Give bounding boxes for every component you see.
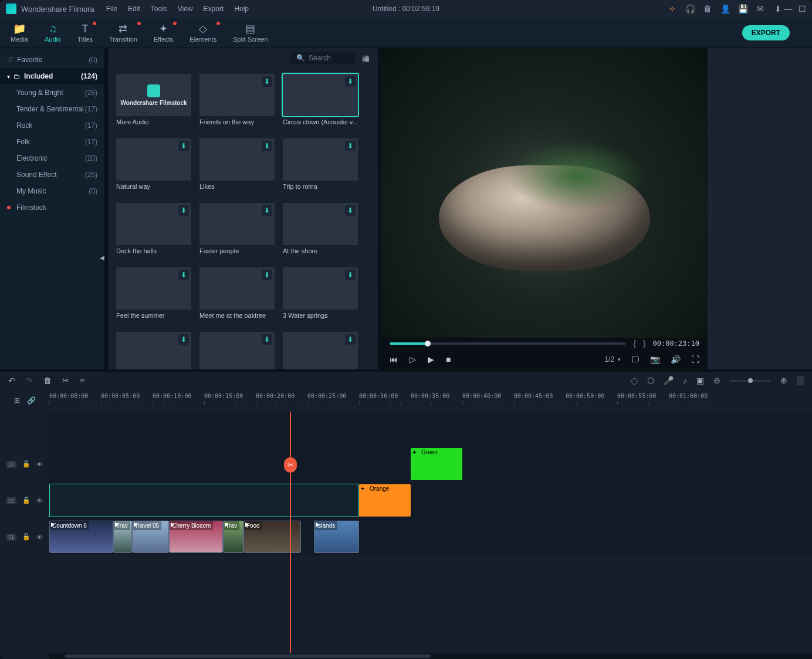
timeline-track-2[interactable]: ▯2 🔓 👁 ✦Orange bbox=[0, 482, 812, 518]
asset-item[interactable]: ⬇Feel the summer bbox=[116, 267, 191, 319]
menu-file[interactable]: File bbox=[106, 5, 117, 13]
asset-item[interactable]: ⬇Friends on the way bbox=[199, 74, 275, 125]
play-button[interactable]: ▷ bbox=[410, 355, 416, 364]
idea-icon[interactable]: ✧ bbox=[668, 4, 677, 13]
asset-item[interactable]: ⬇Trip to roma bbox=[283, 138, 358, 190]
adjust-button[interactable]: ≡ bbox=[80, 376, 84, 385]
voiceover-icon[interactable]: 🎤 bbox=[664, 376, 674, 385]
sidebar-item[interactable]: Rock(17) bbox=[0, 117, 104, 134]
user-icon[interactable]: 👤 bbox=[720, 4, 730, 13]
download-icon[interactable]: ⬇ bbox=[262, 270, 272, 280]
mixer-icon[interactable]: ♪ bbox=[683, 376, 687, 385]
zoom-in-icon[interactable]: ⊕ bbox=[780, 376, 787, 385]
export-button[interactable]: EXPORT bbox=[742, 25, 790, 40]
delete-button[interactable]: 🗑 bbox=[43, 376, 52, 385]
menu-edit[interactable]: Edit bbox=[128, 5, 140, 13]
tab-effects[interactable]: ✦Effects bbox=[154, 23, 173, 43]
grid-view-icon[interactable]: ▦ bbox=[362, 53, 370, 63]
link-icon[interactable]: 🔗 bbox=[27, 396, 36, 405]
clip[interactable]: Trav bbox=[113, 521, 132, 553]
timeline-track-3[interactable]: ▯3 🔓 👁 ✦Green bbox=[0, 446, 812, 482]
tab-elements[interactable]: ◇Elements bbox=[190, 23, 216, 43]
clip[interactable]: Islands bbox=[314, 521, 359, 553]
next-frame-button[interactable]: ▶ bbox=[428, 355, 434, 364]
menu-export[interactable]: Export bbox=[204, 5, 224, 13]
download-icon[interactable]: ⬇ bbox=[345, 205, 356, 216]
trash-icon[interactable]: 🗑 bbox=[703, 4, 712, 13]
download-icon[interactable]: ⬇ bbox=[262, 334, 272, 345]
download-icon[interactable]: ⬇ bbox=[178, 334, 189, 345]
lock-icon[interactable]: 🔓 bbox=[22, 497, 31, 504]
lock-icon[interactable]: 🔓 bbox=[22, 533, 31, 541]
asset-item[interactable]: Wondershare FilmstockMore Audio bbox=[116, 74, 191, 125]
download-icon[interactable]: ⬇ bbox=[262, 76, 272, 87]
collapse-sidebar-icon[interactable]: ◀ bbox=[100, 254, 104, 261]
menu-tools[interactable]: Tools bbox=[151, 5, 167, 13]
fullscreen-icon[interactable]: ⛶ bbox=[691, 355, 699, 364]
download-icon[interactable]: ⬇ bbox=[345, 141, 356, 151]
download-icon[interactable]: ⬇ bbox=[178, 205, 189, 216]
sidebar-filmstock[interactable]: Filmstock bbox=[0, 199, 104, 216]
clip[interactable]: Trav bbox=[223, 521, 243, 553]
split-button[interactable]: ✂ bbox=[62, 376, 69, 385]
asset-item[interactable]: ⬇Deck the halls bbox=[116, 203, 191, 254]
asset-item[interactable]: ⬇Meet me at the oaktree bbox=[199, 267, 275, 319]
timeline-scrollbar[interactable] bbox=[0, 653, 812, 659]
zoom-slider[interactable] bbox=[730, 380, 771, 382]
zoom-out-icon[interactable]: ⊖ bbox=[713, 376, 720, 385]
clip[interactable]: Travel 05 bbox=[132, 521, 169, 553]
tab-audio[interactable]: ♫Audio bbox=[45, 23, 61, 43]
sidebar-included[interactable]: ▾🗀Included (124) bbox=[0, 68, 104, 84]
asset-item[interactable]: ⬇Almost perfect bbox=[283, 332, 358, 369]
clip[interactable]: Countdown 6 bbox=[49, 521, 113, 553]
prev-frame-button[interactable]: ⏮ bbox=[390, 355, 398, 364]
save-icon[interactable]: 💾 bbox=[738, 4, 747, 13]
preview-viewport[interactable] bbox=[381, 48, 708, 338]
sidebar-item[interactable]: Young & Bright(28) bbox=[0, 84, 104, 101]
mark-in-out-icon[interactable]: { } bbox=[633, 339, 645, 348]
asset-item[interactable]: ⬇3 Water springs bbox=[283, 267, 358, 319]
headphones-icon[interactable]: 🎧 bbox=[685, 4, 695, 13]
clip[interactable]: ✦Green bbox=[411, 448, 462, 480]
download-icon[interactable]: ⬇ bbox=[345, 334, 356, 345]
tab-transition[interactable]: ⇄Transition bbox=[109, 23, 137, 43]
download-icon[interactable]: ⬇ bbox=[178, 270, 189, 280]
download-icon[interactable]: ⬇ bbox=[345, 76, 356, 87]
asset-item[interactable]: ⬇Faster people bbox=[199, 203, 275, 254]
download-icon[interactable]: ⬇ bbox=[262, 141, 272, 151]
preview-zoom-select[interactable]: 1/2▾ bbox=[604, 355, 621, 364]
mail-icon[interactable]: ✉ bbox=[756, 4, 765, 13]
download-icon[interactable]: ⬇ bbox=[773, 4, 783, 13]
asset-item[interactable]: ⬇Be fun bbox=[116, 332, 191, 369]
render-icon[interactable]: ◌ bbox=[631, 376, 638, 385]
sidebar-item[interactable]: Tender & Sentimental(17) bbox=[0, 101, 104, 117]
tab-media[interactable]: 📁Media bbox=[11, 23, 28, 43]
asset-item[interactable]: ⬇Use in wondering bbox=[199, 332, 275, 369]
undo-button[interactable]: ↶ bbox=[8, 376, 15, 385]
visibility-icon[interactable]: 👁 bbox=[36, 534, 43, 541]
asset-item[interactable]: ⬇Circus clown (Acoustic v... bbox=[283, 74, 358, 125]
download-icon[interactable]: ⬇ bbox=[345, 270, 356, 280]
timeline-track-1[interactable]: ▯1 🔓 👁 Countdown 6TravTravel 05Cherry Bl… bbox=[0, 518, 812, 555]
window-minimize[interactable]: — bbox=[784, 4, 793, 13]
marker-icon[interactable]: ⬡ bbox=[647, 376, 654, 385]
tab-titles[interactable]: TTitles bbox=[77, 23, 93, 43]
visibility-icon[interactable]: 👁 bbox=[36, 461, 43, 468]
download-icon[interactable]: ⬇ bbox=[262, 205, 272, 216]
preview-scrubber[interactable]: { } 00:00:23:10 bbox=[381, 338, 708, 349]
sidebar-item[interactable]: Folk(17) bbox=[0, 134, 104, 150]
asset-item[interactable]: ⬇Likes bbox=[199, 138, 275, 190]
sidebar-favorite[interactable]: ♡Favorite (0) bbox=[0, 52, 104, 68]
asset-item[interactable]: ⬇Natural way bbox=[116, 138, 191, 190]
tab-splitscreen[interactable]: ▤Split Screen bbox=[233, 23, 268, 43]
crop-icon[interactable]: ▣ bbox=[696, 376, 704, 385]
clip[interactable]: ✦Orange bbox=[359, 484, 411, 517]
download-icon[interactable]: ⬇ bbox=[178, 141, 189, 151]
sidebar-item[interactable]: Electronic(20) bbox=[0, 150, 104, 167]
redo-button[interactable]: ↷ bbox=[26, 376, 33, 385]
sidebar-item[interactable]: Sound Effect(25) bbox=[0, 167, 104, 183]
display-icon[interactable]: 🖵 bbox=[631, 355, 640, 364]
snapshot-icon[interactable]: 📷 bbox=[650, 355, 660, 364]
zoom-fit-icon[interactable] bbox=[797, 376, 804, 385]
volume-icon[interactable]: 🔊 bbox=[671, 355, 681, 364]
